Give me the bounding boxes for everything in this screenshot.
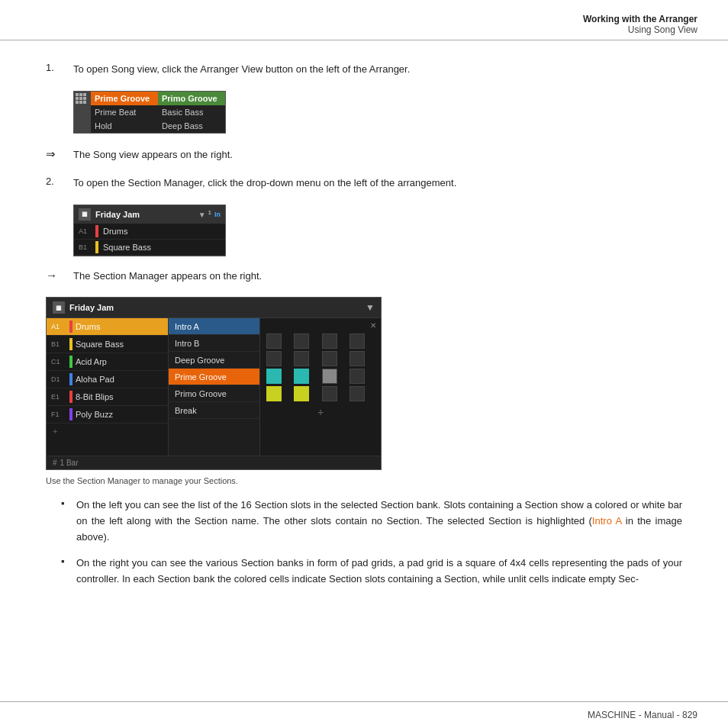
ls-sec-intro-a[interactable]: Intro A [169, 318, 259, 335]
sm-row-a1: A1 Drums [74, 224, 225, 240]
ls-slot-label-f1: F1 [50, 411, 66, 418]
ls-sec-intro-b[interactable]: Intro B [169, 335, 259, 352]
sm-color-a1 [95, 225, 98, 237]
ls-sec-prime-groove[interactable]: Prime Groove [169, 369, 259, 385]
bullet-1-highlight: Intro A [592, 515, 622, 527]
ls-slots-panel: A1 Drums B1 Square Bass C1 Acid Arp [47, 318, 169, 456]
pad-5 [266, 351, 282, 366]
arranger-row2-icon [74, 119, 91, 133]
step-2: 2. To open the Section Manager, click th… [46, 176, 682, 191]
pad-add-icon: + [266, 406, 375, 418]
sm-dropdown-arrow: ▼ 1 [198, 209, 211, 219]
ls-slot-row-b1: B1 Square Bass [47, 336, 168, 353]
bullet-text-1: On the left you can see the list of the … [76, 498, 682, 545]
pad-11 [322, 369, 337, 384]
ls-color-b1 [69, 338, 72, 350]
page-footer-text: MASCHINE - Manual - 829 [588, 710, 697, 720]
arranger-col1-header: Prime Groove [91, 92, 158, 105]
sm-color-b1 [95, 241, 98, 253]
step-2-text: To open the Section Manager, click the d… [73, 176, 682, 191]
ls-slot-row-c1: C1 Acid Arp [47, 353, 168, 371]
pad-16 [350, 386, 365, 401]
large-screenshot: ▦ Friday Jam ▼ A1 Drums B1 Square Bass [46, 297, 382, 470]
ls-slot-row-f1: F1 Poly Buzz [47, 406, 168, 424]
ls-padgrid-panel: ✕ [260, 318, 381, 456]
bullet-item-2: ▪ On the right you can see the various S… [61, 556, 682, 588]
ls-slot-label-a1: A1 [50, 323, 66, 330]
bullet-marker-1: ▪ [61, 498, 76, 509]
sm-grid-icon: ▦ [79, 208, 91, 221]
pad-8 [350, 351, 365, 366]
ls-slot-name-a1: Drums [76, 322, 165, 331]
sm-title: Friday Jam [95, 210, 198, 219]
ls-color-f1 [69, 408, 72, 420]
pad-12 [350, 369, 365, 384]
ls-slot-row-e1: E1 8-Bit Blips [47, 388, 168, 406]
ls-slot-label-c1: C1 [50, 358, 66, 366]
pad-3 [322, 333, 337, 349]
ls-grid-icon: ▦ [53, 301, 65, 314]
ls-color-e1 [69, 391, 72, 403]
ls-title: Friday Jam [69, 303, 362, 312]
ls-slot-name-d1: Aloha Pad [76, 375, 165, 384]
ls-slot-label-b1: B1 [50, 340, 66, 348]
screenshot-caption: Use the Section Manager to manage your S… [46, 476, 682, 485]
step-1-text: To open Song view, click the Arranger Vi… [73, 62, 682, 77]
ls-color-d1 [69, 373, 72, 385]
result-2: → The Section Manager appears on the rig… [46, 269, 682, 284]
ls-body: A1 Drums B1 Square Bass C1 Acid Arp [47, 318, 381, 456]
sm-name-b1: Square Bass [103, 243, 221, 252]
step-1-num: 1. [46, 62, 73, 73]
ls-slot-label-e1: E1 [50, 393, 66, 401]
arranger-row1-col2: Basic Bass [158, 105, 225, 119]
pad-6 [294, 351, 309, 366]
pad-9 [266, 369, 282, 384]
ls-slot-label-d1: D1 [50, 375, 66, 383]
ls-slot-name-b1: Square Bass [76, 340, 165, 349]
pad-4 [350, 333, 365, 349]
ls-slot-row-a1: A1 Drums [47, 318, 168, 336]
bullet-list: ▪ On the left you can see the list of th… [61, 498, 682, 588]
ls-sec-break[interactable]: Break [169, 402, 259, 419]
result-1-text: The Song view appears on the right. [73, 147, 682, 163]
step-2-num: 2. [46, 176, 73, 187]
arranger-row2-col1: Hold [91, 119, 158, 133]
pad-7 [322, 351, 337, 366]
result-2-arrow: → [46, 269, 73, 282]
sm-row-b1: B1 Square Bass [74, 240, 225, 256]
ls-sec-deep-groove[interactable]: Deep Groove [169, 352, 259, 369]
sm-header: ▦ Friday Jam ▼ 1 In [74, 205, 225, 224]
large-screenshot-wrap: ▦ Friday Jam ▼ A1 Drums B1 Square Bass [46, 297, 682, 470]
ls-slot-name-c1: Acid Arp [76, 357, 165, 366]
arranger-row1-col1: Prime Beat [91, 105, 158, 119]
step-1: 1. To open Song view, click the Arranger… [46, 62, 682, 77]
sm-slot-b1: B1 [76, 243, 94, 251]
sm-in-label: In [214, 211, 221, 218]
chapter-title: Working with the Arranger [31, 14, 697, 24]
padgrid-close-icon[interactable]: ✕ [370, 321, 376, 330]
ls-dropdown-icon: ▼ [366, 302, 375, 313]
bullet-text-2: On the right you can see the various Sec… [76, 556, 682, 588]
arranger-col2-header: Primo Groove [158, 92, 225, 105]
arranger-row1-icon [74, 105, 91, 119]
ls-footer-text: 1 Bar [60, 459, 79, 467]
screenshot-arranger-small: Prime Groove Primo Groove Prime Beat Bas… [73, 91, 682, 135]
ls-header: ▦ Friday Jam ▼ [47, 298, 381, 318]
arranger-icon [74, 92, 91, 105]
arranger-small-image: Prime Groove Primo Groove Prime Beat Bas… [73, 91, 226, 134]
main-content: 1. To open Song view, click the Arranger… [0, 40, 728, 629]
pad-13 [266, 386, 282, 401]
sm-name-a1: Drums [103, 227, 221, 236]
screenshot-section-mgr-small: ▦ Friday Jam ▼ 1 In A1 Drums B1 Square B… [73, 205, 682, 256]
pad-2 [294, 333, 309, 349]
ls-footer: # 1 Bar [47, 456, 381, 469]
pad-grid [266, 333, 375, 401]
ls-slot-name-f1: Poly Buzz [76, 410, 165, 419]
ls-color-c1 [69, 356, 72, 368]
ls-sections-panel: Intro A Intro B Deep Groove Prime Groove… [169, 318, 260, 456]
arranger-row2-col2: Deep Bass [158, 119, 225, 133]
section-mgr-small-image: ▦ Friday Jam ▼ 1 In A1 Drums B1 Square B… [73, 205, 226, 256]
ls-sec-primo-groove[interactable]: Primo Groove [169, 385, 259, 402]
pad-1 [266, 333, 282, 349]
bullet-marker-2: ▪ [61, 556, 76, 567]
